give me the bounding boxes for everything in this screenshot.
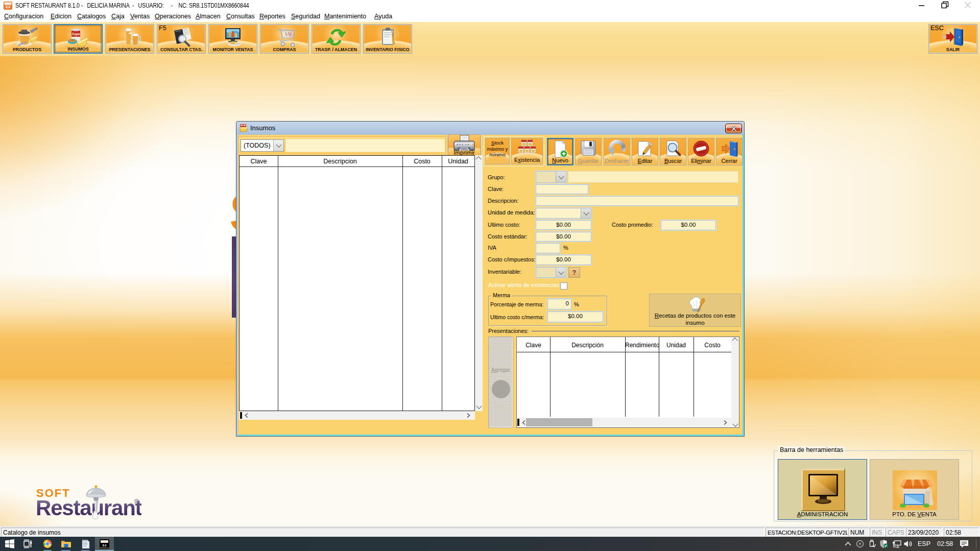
svg-text:8.0: 8.0 [6,5,10,9]
svg-text:Restaurant: Restaurant [100,547,109,549]
svg-text:Sopa: Sopa [72,32,80,36]
